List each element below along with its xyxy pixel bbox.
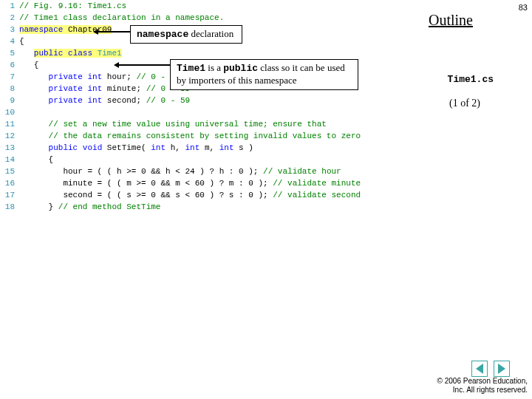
line-number: 18 <box>0 201 19 213</box>
triangle-left-icon <box>476 364 483 374</box>
callout-class: Time1 is a public class so it can be use… <box>170 59 358 90</box>
code-text: public void SetTime( int h, int m, int s… <box>19 142 253 154</box>
line-number: 13 <box>0 142 19 154</box>
code-line: 13 public void SetTime( int h, int m, in… <box>0 142 425 154</box>
code-line: 9 private int second; // 0 - 59 <box>0 95 425 106</box>
line-number: 14 <box>0 154 19 166</box>
line-number: 1 <box>0 0 19 12</box>
code-text: private int minute; // 0 - 59 <box>19 83 190 95</box>
page-number: 83 <box>519 3 528 12</box>
line-number: 11 <box>0 118 19 130</box>
code-text: // the data remains consistent by settin… <box>19 130 361 142</box>
line-number: 6 <box>0 59 19 71</box>
code-line: 12 // the data remains consistent by set… <box>0 130 425 142</box>
triangle-right-icon <box>498 364 505 374</box>
line-number: 16 <box>0 177 19 189</box>
arrow-icon <box>118 64 170 66</box>
line-number: 10 <box>0 106 19 118</box>
line-number: 2 <box>0 12 19 24</box>
callout-class-text1: is a <box>205 62 223 73</box>
code-line: 14 { <box>0 154 425 166</box>
code-line: 11 // set a new time value using univers… <box>0 118 425 130</box>
line-number: 8 <box>0 83 19 95</box>
line-number: 9 <box>0 95 19 106</box>
prev-button[interactable] <box>471 361 488 377</box>
code-line: 2// Time1 class declaration in a namespa… <box>0 12 425 24</box>
code-text: second = ( ( s >= 0 && s < 60 ) ? s : 0 … <box>19 189 361 201</box>
code-text: } // end method SetTime <box>19 201 160 213</box>
callout-namespace-keyword: namespace <box>137 29 188 40</box>
code-line: 18 } // end method SetTime <box>0 201 425 213</box>
line-number: 15 <box>0 166 19 177</box>
callout-namespace: namespace declaration <box>130 25 242 44</box>
nav-controls <box>471 361 510 377</box>
code-text: private int hour; // 0 - 23 <box>19 71 180 83</box>
filename-label: Time1.cs <box>448 74 494 85</box>
code-text: // Time1 class declaration in a namespac… <box>19 12 224 24</box>
line-number: 4 <box>0 35 19 47</box>
code-text: // set a new time value using universal … <box>19 118 327 130</box>
code-text: public class Time1 <box>19 47 122 59</box>
line-number: 12 <box>0 130 19 142</box>
code-line: 10 <box>0 106 425 118</box>
line-number: 17 <box>0 189 19 201</box>
outline-title: Outline <box>429 12 473 29</box>
next-button[interactable] <box>494 361 510 377</box>
code-text: hour = ( ( h >= 0 && h < 24 ) ? h : 0 );… <box>19 166 341 177</box>
copyright-footer: © 2006 Pearson Education, Inc. All right… <box>437 377 528 395</box>
footer-line2: Inc. All rights reserved. <box>437 386 528 395</box>
line-number: 3 <box>0 24 19 35</box>
callout-class-name: Time1 <box>177 63 205 74</box>
callout-class-keyword: public <box>223 63 258 74</box>
code-text: { <box>19 59 38 71</box>
arrow-icon <box>98 31 130 33</box>
page-indicator: (1 of 2) <box>449 98 480 109</box>
code-text: private int second; // 0 - 59 <box>19 95 190 106</box>
code-line: 5 public class Time1 <box>0 47 425 59</box>
code-line: 1// Fig. 9.16: Time1.cs <box>0 0 425 12</box>
code-line: 17 second = ( ( s >= 0 && s < 60 ) ? s :… <box>0 189 425 201</box>
code-line: 16 minute = ( ( m >= 0 && m < 60 ) ? m :… <box>0 177 425 189</box>
code-text: minute = ( ( m >= 0 && m < 60 ) ? m : 0 … <box>19 177 361 189</box>
line-number: 5 <box>0 47 19 59</box>
code-text: { <box>19 35 24 47</box>
callout-namespace-text: declaration <box>188 28 233 39</box>
code-text: { <box>19 154 53 166</box>
line-number: 7 <box>0 71 19 83</box>
code-text: // Fig. 9.16: Time1.cs <box>19 0 126 12</box>
code-line: 15 hour = ( ( h >= 0 && h < 24 ) ? h : 0… <box>0 166 425 177</box>
footer-line1: © 2006 Pearson Education, <box>437 377 528 386</box>
